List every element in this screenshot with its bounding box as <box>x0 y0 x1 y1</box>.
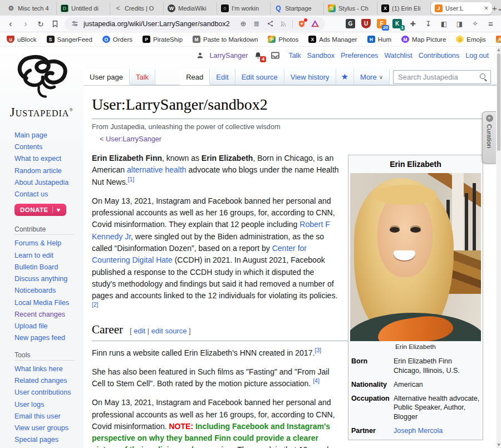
new-tab-button[interactable] <box>492 3 497 13</box>
bookmark-item[interactable]: Hum <box>367 36 391 43</box>
personal-link[interactable]: Contributions <box>419 52 460 60</box>
sidebar-item[interactable]: What to expect <box>14 155 80 164</box>
notices-tray-icon[interactable] <box>271 51 280 60</box>
browser-tab[interactable]: Misc tech 4 × <box>3 2 57 14</box>
view-tab[interactable]: Read <box>180 69 210 85</box>
sidebar-link[interactable]: View user groups <box>14 424 68 432</box>
sidebar-item[interactable]: Recent changes <box>14 311 80 319</box>
bookmark-item[interactable]: uBlock <box>7 36 37 43</box>
search-icon[interactable] <box>480 73 487 81</box>
reading-list-icon[interactable] <box>455 19 464 28</box>
reader-mode-icon[interactable] <box>252 19 261 28</box>
share-icon[interactable] <box>266 19 274 28</box>
sidebar-item[interactable]: Related changes <box>14 377 80 386</box>
sidebar-item[interactable]: Discuss anything <box>14 275 80 284</box>
wiki-logo[interactable]: Justapedia® <box>3 49 80 119</box>
bookmark-item[interactable]: Ads Manager <box>308 36 357 43</box>
sidebar-link[interactable]: Forums & Help <box>14 239 61 247</box>
bookmark-item[interactable]: SangerFeed <box>47 36 92 43</box>
bookmark-item[interactable]: PirateShip <box>143 36 183 43</box>
username-link[interactable]: LarrySanger <box>210 52 248 60</box>
personal-link[interactable]: Talk <box>288 52 301 60</box>
sidebar-link[interactable]: What to expect <box>14 155 61 163</box>
sidebar-item[interactable]: About Justapedia <box>14 179 80 188</box>
app-menu-icon[interactable] <box>486 19 495 28</box>
sidebar-item[interactable]: Local Media Files <box>14 299 80 308</box>
close-icon[interactable] <box>486 115 493 122</box>
sidebar-item[interactable]: Random article <box>14 167 80 176</box>
bookmark-item[interactable]: Paste to Markdown <box>193 36 258 43</box>
edit-source-link[interactable]: edit source <box>151 327 187 335</box>
namespace-tab[interactable]: Talk <box>130 69 155 85</box>
sidebar-link[interactable]: Learn to edit <box>14 252 53 259</box>
browser-tab[interactable]: Stylus - Ch × <box>324 2 377 14</box>
sidebar-link[interactable]: Email this user <box>14 412 61 420</box>
sidebar-link[interactable]: Discuss anything <box>14 275 67 283</box>
sidebar-item[interactable]: Learn to edit <box>14 252 80 260</box>
personal-link[interactable]: Log out <box>465 52 489 60</box>
view-tab[interactable]: View history <box>284 69 336 85</box>
sidebar-toggle-icon[interactable] <box>439 19 449 28</box>
reference-link[interactable]: [2] <box>92 302 99 308</box>
sidebar-link[interactable]: User logs <box>14 401 44 408</box>
url-bar[interactable]: justapedia.org/wiki/User:LarrySanger/san… <box>65 17 325 31</box>
sidebar-item[interactable]: Email this user <box>14 412 80 421</box>
sidebar-link[interactable]: Local Media Files <box>14 299 69 307</box>
browser-tab[interactable]: (1) Erin Eli × <box>377 2 431 14</box>
curation-flyout-tab[interactable]: Curation <box>482 111 496 164</box>
browser-tab[interactable]: MediaWiki × <box>164 2 217 14</box>
sidebar-item[interactable]: Bulletin Board <box>14 263 80 272</box>
more-dropdown[interactable]: More <box>354 69 390 85</box>
bookmark-item[interactable]: Emojis <box>456 36 486 43</box>
wiki-link[interactable]: alternative health <box>127 165 186 174</box>
browser-tab[interactable]: Credits | O × <box>110 2 164 14</box>
vault-extension-icon[interactable]: 1 <box>392 19 402 28</box>
donate-button[interactable]: DONATE <box>14 204 66 216</box>
triangle-extension-icon[interactable] <box>311 19 320 28</box>
portrait-photo[interactable] <box>350 173 481 341</box>
sidebar-item[interactable]: Upload file <box>14 322 80 331</box>
sidebar-item[interactable]: View user groups <box>14 424 80 433</box>
browser-tab[interactable]: Untitled di × <box>57 2 110 14</box>
downloads-icon[interactable] <box>424 19 433 28</box>
sidebar-item[interactable]: Contact us <box>14 190 80 199</box>
sidebar-link[interactable]: Noticeboards <box>14 287 56 294</box>
browser-tab[interactable]: Startpage × <box>271 2 324 14</box>
back-button[interactable] <box>6 19 16 28</box>
zoom-page-icon[interactable] <box>239 19 248 28</box>
rss-icon[interactable] <box>279 19 288 28</box>
sidebar-link[interactable]: What links here <box>14 365 63 373</box>
scroll-up-arrow[interactable] <box>497 48 500 51</box>
feed-extension-icon[interactable]: 20 <box>377 19 386 28</box>
notifications-bell-icon[interactable]: 4 <box>254 51 262 60</box>
shield-blocker-icon[interactable] <box>297 19 306 28</box>
sidebar-item[interactable]: User logs <box>14 401 80 410</box>
personal-link[interactable]: Preferences <box>341 52 378 60</box>
sidebar-link[interactable]: Special pages <box>14 436 58 444</box>
browser-tab[interactable]: I'm workin × <box>217 2 271 14</box>
view-tab[interactable]: Edit source <box>235 69 284 85</box>
parent-page-link[interactable]: User:LarrySanger <box>106 135 161 143</box>
sidebar-link[interactable]: Related changes <box>14 377 67 385</box>
tab-close-icon[interactable]: × <box>484 4 488 12</box>
bookmark-flag-icon[interactable] <box>51 19 60 28</box>
sidebar-link[interactable]: About Justapedia <box>14 179 68 186</box>
edit-link[interactable]: edit <box>134 327 145 335</box>
reference-link[interactable]: [4] <box>313 377 320 384</box>
sidebar-link[interactable]: Main page <box>14 131 47 139</box>
sidebar-link[interactable]: Random article <box>14 167 62 175</box>
reload-button[interactable] <box>36 19 46 28</box>
sidebar-link[interactable]: Bulletin Board <box>14 263 58 271</box>
sidebar-item[interactable]: Special pages <box>14 436 80 445</box>
search-input[interactable] <box>393 70 491 84</box>
watchstar-tab[interactable] <box>336 69 354 85</box>
infobox-partner-link[interactable]: Joseph Mercola <box>394 427 443 435</box>
sidebar-item[interactable]: Forums & Help <box>14 239 80 248</box>
personal-link[interactable]: Watchlist <box>384 52 412 60</box>
sidebar-link[interactable]: Contact us <box>14 190 48 198</box>
sidebar-item[interactable]: New pages feed <box>14 334 80 343</box>
site-permissions-icon[interactable] <box>70 19 79 28</box>
personal-link[interactable]: Sandbox <box>307 52 335 60</box>
forward-button[interactable] <box>21 19 31 28</box>
sidebar-item[interactable]: Noticeboards <box>14 287 80 296</box>
